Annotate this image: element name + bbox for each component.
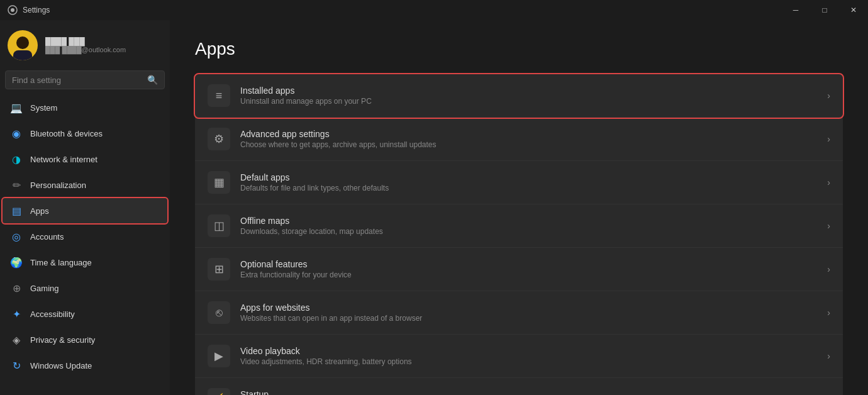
apps-for-websites-text: Apps for websites Websites that can open… xyxy=(240,303,822,323)
video-playback-icon: ▶ xyxy=(208,345,230,367)
optional-features-desc: Extra functionality for your device xyxy=(240,270,822,279)
sidebar: ████ ███ ███ ████@outlook.com 🔍 💻 System… xyxy=(0,20,170,395)
offline-maps-text: Offline maps Downloads, storage location… xyxy=(240,216,822,236)
video-playback-text: Video playback Video adjustments, HDR st… xyxy=(240,346,822,366)
apps-for-websites-desc: Websites that can open in an app instead… xyxy=(240,314,822,323)
sidebar-item-label-network: Network & internet xyxy=(30,155,97,164)
default-apps-title: Default apps xyxy=(240,172,822,182)
settings-item-optional-features[interactable]: ⊞ Optional features Extra functionality … xyxy=(195,248,843,291)
default-apps-icon: ▦ xyxy=(208,171,230,194)
offline-maps-title: Offline maps xyxy=(240,216,822,226)
startup-text: Startup Apps that start automatically wh… xyxy=(240,389,822,395)
sidebar-item-system[interactable]: 💻 System xyxy=(3,95,167,120)
offline-maps-icon: ◫ xyxy=(208,214,230,237)
nav-list: 💻 System ◉ Bluetooth & devices ◑ Network… xyxy=(0,94,170,379)
settings-item-video-playback[interactable]: ▶ Video playback Video adjustments, HDR … xyxy=(195,335,843,378)
gaming-icon: ⊕ xyxy=(10,282,23,294)
apps-for-websites-title: Apps for websites xyxy=(240,303,822,313)
offline-maps-desc: Downloads, storage location, map updates xyxy=(240,227,822,236)
minimize-button[interactable]: ─ xyxy=(781,0,810,20)
sidebar-item-label-accessibility: Accessibility xyxy=(30,309,75,319)
avatar-body xyxy=(13,50,32,60)
avatar-head xyxy=(16,36,29,49)
sidebar-item-accessibility[interactable]: ✦ Accessibility xyxy=(3,301,167,326)
video-playback-desc: Video adjustments, HDR streaming, batter… xyxy=(240,357,822,366)
optional-features-text: Optional features Extra functionality fo… xyxy=(240,259,822,279)
window-controls: ─ □ ✕ xyxy=(781,0,868,20)
sidebar-item-network[interactable]: ◑ Network & internet xyxy=(3,147,167,172)
accounts-icon: ◎ xyxy=(10,230,23,243)
advanced-app-settings-chevron: › xyxy=(827,134,830,144)
sidebar-item-personalization[interactable]: ✏ Personalization xyxy=(3,172,167,198)
settings-item-startup[interactable]: ⚡ Startup Apps that start automatically … xyxy=(195,378,843,395)
titlebar: Settings ─ □ ✕ xyxy=(0,0,868,20)
sidebar-item-label-bluetooth: Bluetooth & devices xyxy=(30,129,103,138)
optional-features-icon: ⊞ xyxy=(208,258,230,281)
sidebar-item-bluetooth[interactable]: ◉ Bluetooth & devices xyxy=(3,121,167,146)
sidebar-item-label-privacy: Privacy & security xyxy=(30,335,95,345)
windows-update-icon: ↻ xyxy=(10,359,23,372)
sidebar-item-label-apps: Apps xyxy=(30,206,49,216)
optional-features-title: Optional features xyxy=(240,259,822,269)
search-icon: 🔍 xyxy=(147,75,158,85)
advanced-app-settings-desc: Choose where to get apps, archive apps, … xyxy=(240,140,822,149)
app-body: ████ ███ ███ ████@outlook.com 🔍 💻 System… xyxy=(0,20,868,395)
sidebar-item-label-windows-update: Windows Update xyxy=(30,361,92,370)
sidebar-item-gaming[interactable]: ⊕ Gaming xyxy=(3,275,167,301)
video-playback-title: Video playback xyxy=(240,346,822,356)
settings-item-advanced-app-settings[interactable]: ⚙ Advanced app settings Choose where to … xyxy=(195,118,843,161)
settings-item-default-apps[interactable]: ▦ Default apps Defaults for file and lin… xyxy=(195,161,843,204)
optional-features-chevron: › xyxy=(827,264,830,274)
apps-for-websites-icon: ⎋ xyxy=(208,301,230,324)
advanced-app-settings-icon: ⚙ xyxy=(208,128,230,150)
titlebar-icon xyxy=(8,5,18,15)
accessibility-icon: ✦ xyxy=(10,308,23,320)
settings-item-offline-maps[interactable]: ◫ Offline maps Downloads, storage locati… xyxy=(195,204,843,248)
settings-list: ≡ Installed apps Uninstall and manage ap… xyxy=(195,74,843,395)
user-email: ███ ████@outlook.com xyxy=(45,46,126,53)
installed-apps-text: Installed apps Uninstall and manage apps… xyxy=(240,86,822,106)
avatar xyxy=(8,30,38,60)
sidebar-item-label-gaming: Gaming xyxy=(30,284,59,293)
settings-item-installed-apps[interactable]: ≡ Installed apps Uninstall and manage ap… xyxy=(195,74,843,118)
search-input[interactable] xyxy=(12,75,142,85)
default-apps-desc: Defaults for file and link types, other … xyxy=(240,184,822,192)
default-apps-chevron: › xyxy=(827,177,830,187)
close-button[interactable]: ✕ xyxy=(839,0,868,20)
user-name: ████ ███ xyxy=(45,37,126,46)
installed-apps-icon: ≡ xyxy=(208,84,230,107)
svg-point-1 xyxy=(11,8,14,12)
maximize-button[interactable]: □ xyxy=(810,0,839,20)
apps-for-websites-chevron: › xyxy=(827,308,830,318)
startup-title: Startup xyxy=(240,389,822,395)
network-icon: ◑ xyxy=(10,153,23,165)
video-playback-chevron: › xyxy=(827,351,830,361)
sidebar-item-apps[interactable]: ▤ Apps xyxy=(3,198,167,223)
installed-apps-desc: Uninstall and manage apps on your PC xyxy=(240,97,822,106)
installed-apps-title: Installed apps xyxy=(240,86,822,96)
sidebar-item-accounts[interactable]: ◎ Accounts xyxy=(3,224,167,249)
titlebar-title: Settings xyxy=(23,6,50,14)
advanced-app-settings-title: Advanced app settings xyxy=(240,129,822,139)
installed-apps-chevron: › xyxy=(827,91,830,101)
system-icon: 💻 xyxy=(10,101,23,114)
sidebar-item-windows-update[interactable]: ↻ Windows Update xyxy=(3,353,167,378)
apps-icon: ▤ xyxy=(10,204,23,217)
settings-item-apps-for-websites[interactable]: ⎋ Apps for websites Websites that can op… xyxy=(195,291,843,335)
sidebar-item-privacy[interactable]: ◈ Privacy & security xyxy=(3,327,167,352)
user-info: ████ ███ ███ ████@outlook.com xyxy=(45,37,126,53)
avatar-figure xyxy=(8,30,38,60)
sidebar-item-label-system: System xyxy=(30,103,57,113)
bluetooth-icon: ◉ xyxy=(10,127,23,140)
time-icon: 🌍 xyxy=(10,256,23,269)
startup-icon: ⚡ xyxy=(208,388,230,395)
offline-maps-chevron: › xyxy=(827,221,830,231)
personalization-icon: ✏ xyxy=(10,179,23,191)
advanced-app-settings-text: Advanced app settings Choose where to ge… xyxy=(240,129,822,149)
main-content: Apps ≡ Installed apps Uninstall and mana… xyxy=(170,20,868,395)
sidebar-item-time[interactable]: 🌍 Time & language xyxy=(3,250,167,275)
page-title: Apps xyxy=(195,39,843,59)
default-apps-text: Default apps Defaults for file and link … xyxy=(240,172,822,192)
user-profile[interactable]: ████ ███ ███ ████@outlook.com xyxy=(0,20,170,70)
search-box: 🔍 xyxy=(5,70,165,89)
